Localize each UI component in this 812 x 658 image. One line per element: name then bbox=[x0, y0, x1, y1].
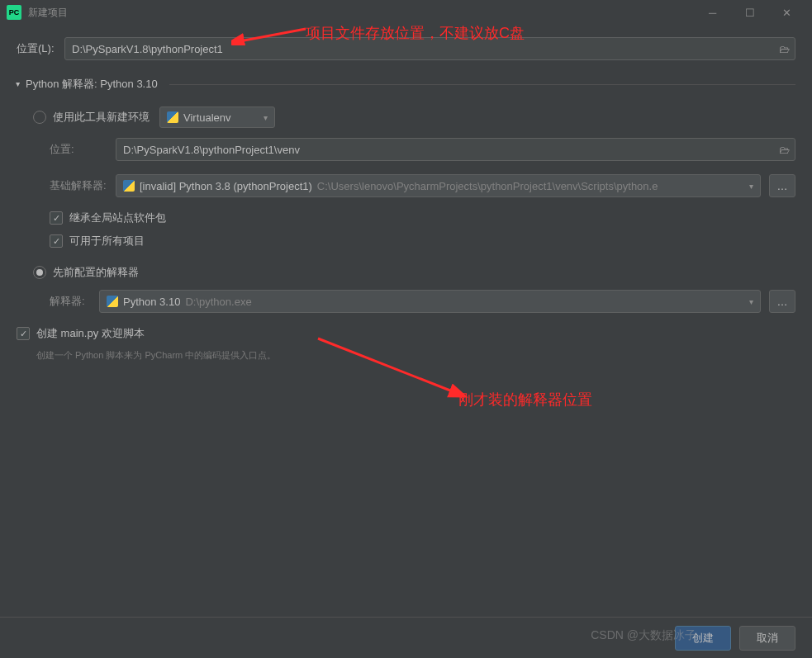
base-interpreter-prefix: [invalid] Python 3.8 (pythonProject1) bbox=[140, 180, 312, 192]
welcome-script-checkbox[interactable] bbox=[17, 327, 30, 340]
inherit-packages-checkbox[interactable] bbox=[50, 211, 63, 225]
location-input[interactable]: D:\PySparkV1.8\pythonProject1 🗁 bbox=[64, 37, 795, 60]
base-interpreter-label: 基础解释器: bbox=[50, 178, 107, 193]
all-projects-checkbox[interactable] bbox=[50, 234, 63, 248]
env-tool-name: Virtualenv bbox=[183, 111, 231, 124]
python-icon bbox=[107, 296, 118, 307]
base-interpreter-dropdown[interactable]: [invalid] Python 3.8 (pythonProject1) C:… bbox=[116, 174, 761, 197]
create-button[interactable]: 创建 bbox=[675, 626, 731, 651]
welcome-script-hint: 创建一个 Python 脚本来为 PyCharm 中的编码提供入口点。 bbox=[36, 349, 795, 362]
interpreter-section-header[interactable]: ▸ Python 解释器: Python 3.10 bbox=[17, 77, 795, 92]
welcome-script-label: 创建 main.py 欢迎脚本 bbox=[36, 326, 145, 341]
venv-location-value: D:\PySparkV1.8\pythonProject1\venv bbox=[123, 144, 300, 156]
venv-location-label: 位置: bbox=[50, 142, 107, 157]
cancel-button[interactable]: 取消 bbox=[739, 626, 795, 651]
window-title: 新建项目 bbox=[28, 6, 694, 20]
annotation-bottom: 刚才装的解释器位置 bbox=[458, 390, 592, 409]
divider bbox=[169, 84, 795, 85]
new-env-radio[interactable] bbox=[33, 111, 46, 124]
app-icon: PC bbox=[7, 5, 21, 20]
browse-folder-icon[interactable]: 🗁 bbox=[779, 43, 790, 55]
venv-browse-folder-icon[interactable]: 🗁 bbox=[779, 144, 790, 156]
location-value: D:\PySparkV1.8\pythonProject1 bbox=[72, 43, 223, 55]
chevron-down-icon: ▸ bbox=[14, 83, 23, 87]
all-projects-label: 可用于所有项目 bbox=[69, 234, 145, 249]
base-interpreter-more-button[interactable]: … bbox=[769, 174, 795, 197]
env-tool-dropdown[interactable]: Virtualenv bbox=[159, 107, 275, 128]
venv-location-input[interactable]: D:\PySparkV1.8\pythonProject1\venv 🗁 bbox=[116, 138, 795, 161]
existing-interpreter-label: 先前配置的解释器 bbox=[53, 265, 139, 280]
base-interpreter-path: C:\Users\lenovo\PycharmProjects\pythonPr… bbox=[317, 180, 658, 192]
interpreter-label: 解释器: bbox=[50, 294, 91, 309]
interpreter-more-button[interactable]: … bbox=[769, 290, 795, 313]
existing-interpreter-radio[interactable] bbox=[33, 266, 46, 279]
footer: 创建 取消 bbox=[0, 617, 812, 658]
python-icon bbox=[123, 180, 135, 192]
interpreter-dropdown[interactable]: Python 3.10 D:\python.exe bbox=[99, 290, 761, 313]
minimize-button[interactable]: ─ bbox=[694, 0, 731, 25]
interpreter-section-title: Python 解释器: Python 3.10 bbox=[26, 77, 158, 92]
maximize-button[interactable]: ☐ bbox=[731, 0, 768, 25]
virtualenv-icon bbox=[167, 111, 178, 123]
titlebar: PC 新建项目 ─ ☐ ✕ bbox=[0, 0, 812, 25]
location-label: 位置(L): bbox=[17, 41, 56, 56]
close-button[interactable]: ✕ bbox=[768, 0, 805, 25]
inherit-packages-label: 继承全局站点软件包 bbox=[69, 211, 166, 225]
new-env-label: 使用此工具新建环境 bbox=[53, 110, 150, 125]
interpreter-path: D:\python.exe bbox=[185, 296, 251, 308]
interpreter-name: Python 3.10 bbox=[123, 296, 180, 308]
